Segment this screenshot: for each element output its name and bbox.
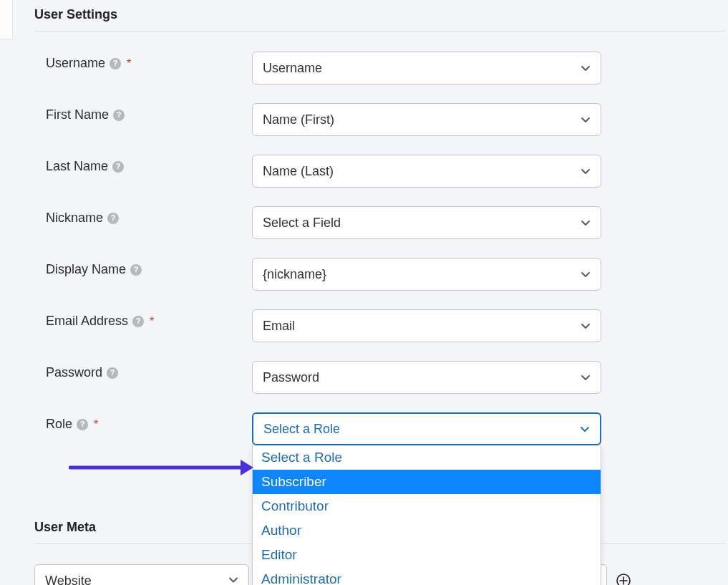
role-option[interactable]: Contributor xyxy=(253,494,601,518)
role-option[interactable]: Author xyxy=(253,518,601,543)
field-email: Email xyxy=(252,309,601,342)
required-star: * xyxy=(94,418,98,431)
label-text: First Name xyxy=(46,107,109,122)
add-meta-button[interactable] xyxy=(616,573,631,585)
role-select[interactable]: Select a Role xyxy=(252,412,601,445)
label-display-name: Display Name ? xyxy=(34,258,252,277)
chevron-down-icon xyxy=(581,269,591,279)
meta-key-select[interactable]: Website xyxy=(34,564,249,585)
row-password: Password ? Password xyxy=(34,361,725,394)
label-text: Role xyxy=(46,417,72,432)
label-last-name: Last Name ? xyxy=(34,155,252,174)
label-text: Email Address xyxy=(46,314,128,329)
help-icon[interactable]: ? xyxy=(132,316,144,327)
section-title-user-settings: User Settings xyxy=(34,4,725,32)
role-option[interactable]: Editor xyxy=(253,543,601,567)
email-select[interactable]: Email xyxy=(252,309,601,342)
field-role: Select a Role Select a RoleSubscriberCon… xyxy=(252,412,601,445)
chevron-down-icon xyxy=(581,218,591,228)
label-password: Password ? xyxy=(34,361,252,380)
chevron-down-icon xyxy=(228,574,238,586)
select-value: Name (Last) xyxy=(263,164,334,179)
label-text: Username xyxy=(46,56,105,71)
field-password: Password xyxy=(252,361,601,394)
select-value: Select a Role xyxy=(263,422,340,437)
help-icon[interactable]: ? xyxy=(112,161,124,173)
last-name-select[interactable]: Name (Last) xyxy=(252,155,601,188)
label-text: Nickname xyxy=(46,211,103,226)
row-email: Email Address ? * Email xyxy=(34,309,725,342)
chevron-down-icon xyxy=(581,115,591,125)
row-username: Username ? * Username xyxy=(34,52,725,84)
required-star: * xyxy=(150,315,154,328)
field-last-name: Name (Last) xyxy=(252,155,601,188)
help-icon[interactable]: ? xyxy=(130,264,142,276)
required-star: * xyxy=(127,57,131,70)
label-text: Display Name xyxy=(46,262,126,277)
chevron-down-icon xyxy=(580,424,590,434)
chevron-down-icon xyxy=(581,321,591,331)
chevron-down-icon xyxy=(581,63,591,73)
label-text: Password xyxy=(46,365,102,380)
select-value: Email xyxy=(263,319,295,334)
first-name-select[interactable]: Name (First) xyxy=(252,103,601,136)
select-value: Select a Field xyxy=(263,216,341,231)
label-username: Username ? * xyxy=(34,52,252,71)
field-nickname: Select a Field xyxy=(252,206,601,239)
field-username: Username xyxy=(252,52,601,84)
chevron-down-icon xyxy=(581,166,591,176)
left-strip xyxy=(0,0,13,39)
field-display-name: {nickname} xyxy=(252,258,601,291)
row-nickname: Nickname ? Select a Field xyxy=(34,206,725,239)
label-text: Last Name xyxy=(46,159,108,174)
label-nickname: Nickname ? xyxy=(34,206,252,226)
username-select[interactable]: Username xyxy=(252,52,601,84)
label-role: Role ? * xyxy=(34,412,252,432)
password-select[interactable]: Password xyxy=(252,361,601,394)
help-icon[interactable]: ? xyxy=(107,367,118,379)
row-display-name: Display Name ? {nickname} xyxy=(34,258,725,291)
help-icon[interactable]: ? xyxy=(77,419,88,430)
select-value: Password xyxy=(263,370,319,385)
chevron-down-icon xyxy=(581,372,591,382)
label-email: Email Address ? * xyxy=(34,309,252,329)
role-dropdown: Select a RoleSubscriberContributorAuthor… xyxy=(252,445,601,585)
select-value: Username xyxy=(263,61,322,76)
container: User Settings Username ? * Username Firs… xyxy=(34,4,725,585)
role-option[interactable]: Administrator xyxy=(253,567,601,585)
nickname-select[interactable]: Select a Field xyxy=(252,206,601,239)
help-icon[interactable]: ? xyxy=(110,58,121,69)
role-option[interactable]: Select a Role xyxy=(253,445,601,470)
label-first-name: First Name ? xyxy=(34,103,252,122)
select-value: Name (First) xyxy=(263,112,334,127)
page: User Settings Username ? * Username Firs… xyxy=(0,0,728,585)
help-icon[interactable]: ? xyxy=(113,110,125,121)
select-value: {nickname} xyxy=(263,267,326,282)
help-icon[interactable]: ? xyxy=(107,213,119,224)
select-value: Website xyxy=(45,574,92,586)
row-first-name: First Name ? Name (First) xyxy=(34,103,725,136)
row-last-name: Last Name ? Name (Last) xyxy=(34,155,725,188)
row-role: Role ? * Select a Role Select a RoleSubs… xyxy=(34,412,725,445)
role-option[interactable]: Subscriber xyxy=(253,470,601,494)
display-name-select[interactable]: {nickname} xyxy=(252,258,601,291)
field-first-name: Name (First) xyxy=(252,103,601,136)
